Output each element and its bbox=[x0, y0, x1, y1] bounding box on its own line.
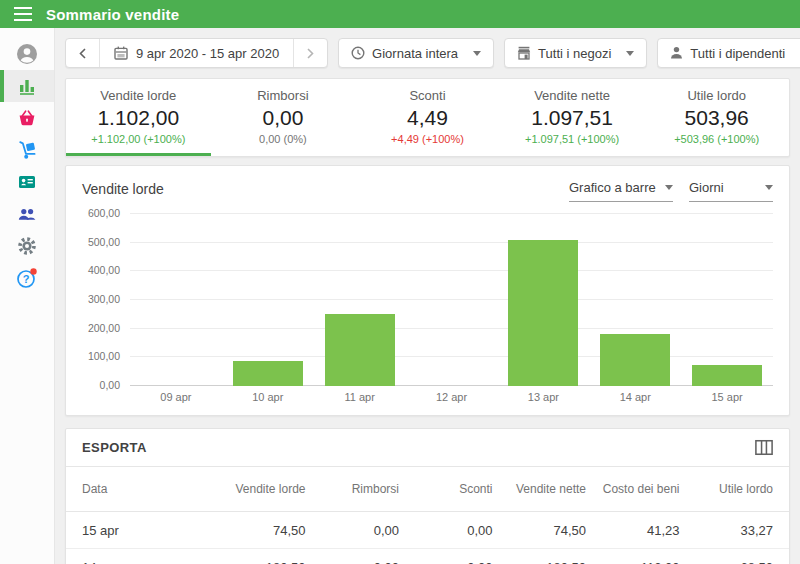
cell-value: 41,23 bbox=[586, 523, 680, 538]
stat-value: 1.097,51 bbox=[500, 106, 645, 130]
x-tick-label: 10 apr bbox=[222, 391, 314, 403]
y-tick-label: 300,00 bbox=[88, 293, 120, 305]
store-filter-label: Tutti i negozi bbox=[538, 46, 611, 61]
chart-type-value: Grafico a barre bbox=[569, 180, 656, 195]
gridline bbox=[130, 299, 773, 300]
time-filter-label: Giornata intera bbox=[372, 46, 458, 61]
prev-period-button[interactable] bbox=[66, 39, 100, 67]
chevron-down-icon bbox=[626, 51, 634, 56]
employee-filter-dropdown[interactable]: Tutti i dipendenti bbox=[657, 38, 800, 68]
stat-value: 4,49 bbox=[355, 106, 500, 130]
stat-delta: +4,49 (+100%) bbox=[355, 133, 500, 145]
svg-text:?: ? bbox=[23, 273, 30, 285]
view-columns-icon[interactable] bbox=[755, 439, 773, 456]
stat-tab-vendite-nette[interactable]: Vendite nette 1.097,51 +1.097,51 (+100%) bbox=[500, 79, 645, 156]
column-header[interactable]: Vendite nette bbox=[493, 482, 587, 496]
stat-delta: +1.102,00 (+100%) bbox=[66, 133, 211, 145]
column-header[interactable]: Costo dei beni bbox=[586, 482, 680, 496]
table-row[interactable]: 14 apr 180,50 0,00 0,00 180,50 112,00 68… bbox=[66, 549, 789, 564]
bar-11-apr[interactable] bbox=[325, 314, 395, 386]
column-header[interactable]: Utile lordo bbox=[680, 482, 774, 496]
main-content: 9 apr 2020 - 15 apr 2020 Giornata intera bbox=[55, 28, 800, 564]
app-header: Sommario vendite bbox=[0, 0, 800, 28]
sidebar-item-help[interactable]: ? bbox=[0, 262, 54, 294]
x-tick-label: 15 apr bbox=[681, 391, 773, 403]
column-header[interactable]: Data bbox=[82, 482, 212, 496]
gridline bbox=[130, 385, 773, 386]
stat-label: Sconti bbox=[355, 88, 500, 103]
stat-tab-utile-lordo[interactable]: Utile lordo 503,96 +503,96 (+100%) bbox=[644, 79, 789, 156]
basket-icon bbox=[17, 108, 37, 128]
customers-icon bbox=[17, 204, 37, 224]
column-header[interactable]: Sconti bbox=[399, 482, 493, 496]
time-filter-dropdown[interactable]: Giornata intera bbox=[338, 38, 494, 68]
date-range-label: 9 apr 2020 - 15 apr 2020 bbox=[136, 46, 279, 61]
cell-value: 0,00 bbox=[306, 523, 400, 538]
cell-value: 74,50 bbox=[493, 523, 587, 538]
gridline bbox=[130, 242, 773, 243]
gridline bbox=[130, 328, 773, 329]
chart-plot-area bbox=[130, 214, 773, 386]
sidebar-item-inventory[interactable] bbox=[0, 134, 54, 166]
cell-value: 0,00 bbox=[399, 560, 493, 564]
sidebar-item-sales-reports[interactable] bbox=[0, 70, 54, 102]
hamburger-icon[interactable] bbox=[0, 0, 46, 28]
clock-icon bbox=[351, 46, 365, 60]
stat-label: Vendite nette bbox=[500, 88, 645, 103]
sales-table-card: ESPORTA Data Vendite lorde Rimborsi Scon… bbox=[65, 428, 790, 564]
stat-delta: 0,00 (0%) bbox=[211, 133, 356, 145]
next-period-button[interactable] bbox=[293, 39, 327, 67]
bar-10-apr[interactable] bbox=[233, 361, 303, 386]
y-tick-label: 400,00 bbox=[88, 264, 120, 276]
cell-value: 74,50 bbox=[212, 523, 306, 538]
table-row[interactable]: 15 apr 74,50 0,00 0,00 74,50 41,23 33,27 bbox=[66, 512, 789, 549]
page-title: Sommario vendite bbox=[46, 6, 179, 23]
chart-type-select[interactable]: Grafico a barre bbox=[569, 178, 673, 202]
notification-badge bbox=[30, 268, 36, 274]
cell-value: 180,50 bbox=[212, 560, 306, 564]
inventory-trolley-icon bbox=[17, 140, 37, 160]
y-tick-label: 0,00 bbox=[100, 379, 120, 391]
sidebar-item-customers[interactable] bbox=[0, 198, 54, 230]
date-range-button[interactable]: 9 apr 2020 - 15 apr 2020 bbox=[100, 39, 293, 67]
sidebar-item-items[interactable] bbox=[0, 102, 54, 134]
chart-x-axis: 09 apr10 apr11 apr12 apr13 apr14 apr15 a… bbox=[130, 391, 773, 403]
sidebar-item-employees[interactable] bbox=[0, 166, 54, 198]
cell-data: 14 apr bbox=[82, 560, 212, 564]
date-range-control: 9 apr 2020 - 15 apr 2020 bbox=[65, 38, 328, 68]
stat-value: 1.102,00 bbox=[66, 106, 211, 130]
bar-13-apr[interactable] bbox=[508, 240, 578, 386]
person-icon bbox=[670, 46, 683, 60]
gridline bbox=[130, 356, 773, 357]
cell-value: 68,50 bbox=[680, 560, 774, 564]
x-tick-label: 13 apr bbox=[497, 391, 589, 403]
employee-filter-label: Tutti i dipendenti bbox=[690, 46, 785, 61]
bar-14-apr[interactable] bbox=[600, 334, 670, 386]
bar-15-apr[interactable] bbox=[692, 365, 762, 386]
calendar-icon bbox=[114, 46, 128, 60]
store-icon bbox=[517, 46, 531, 60]
sidebar-item-settings[interactable] bbox=[0, 230, 54, 262]
stat-label: Utile lordo bbox=[644, 88, 789, 103]
chart-interval-select[interactable]: Giorni bbox=[689, 178, 773, 202]
filters-toolbar: 9 apr 2020 - 15 apr 2020 Giornata intera bbox=[65, 38, 790, 68]
stat-tab-rimborsi[interactable]: Rimborsi 0,00 0,00 (0%) bbox=[211, 79, 356, 156]
gridline bbox=[130, 213, 773, 214]
column-header[interactable]: Rimborsi bbox=[306, 482, 400, 496]
settings-gear-icon bbox=[17, 236, 37, 256]
stats-summary-card: Vendite lorde 1.102,00 +1.102,00 (+100%)… bbox=[65, 78, 790, 157]
export-button[interactable]: ESPORTA bbox=[82, 440, 147, 455]
sidebar-item-account[interactable] bbox=[0, 38, 54, 70]
cell-value: 112,00 bbox=[586, 560, 680, 564]
stat-value: 503,96 bbox=[644, 106, 789, 130]
column-header[interactable]: Vendite lorde bbox=[212, 482, 306, 496]
x-tick-label: 09 apr bbox=[130, 391, 222, 403]
table-header-row: Data Vendite lorde Rimborsi Sconti Vendi… bbox=[66, 467, 789, 512]
x-tick-label: 11 apr bbox=[314, 391, 406, 403]
stat-value: 0,00 bbox=[211, 106, 356, 130]
stat-tab-vendite-lorde[interactable]: Vendite lorde 1.102,00 +1.102,00 (+100%) bbox=[66, 79, 211, 156]
store-filter-dropdown[interactable]: Tutti i negozi bbox=[504, 38, 647, 68]
y-tick-label: 600,00 bbox=[88, 207, 120, 219]
stat-tab-sconti[interactable]: Sconti 4,49 +4,49 (+100%) bbox=[355, 79, 500, 156]
account-icon bbox=[16, 43, 38, 65]
